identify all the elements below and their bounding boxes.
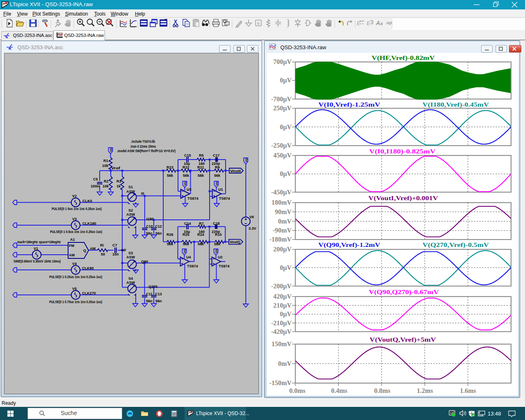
- svg-text:V5: V5: [72, 287, 77, 291]
- svg-text:250µV: 250µV: [273, 105, 292, 112]
- svg-text:R23: R23: [167, 165, 173, 169]
- svg-text:TS974: TS974: [187, 196, 199, 201]
- svg-text:S2: S2: [128, 208, 133, 212]
- svg-text:-90mV: -90mV: [273, 227, 292, 234]
- svg-text:Q90: Q90: [141, 260, 148, 264]
- svg-text:50: 50: [101, 252, 105, 256]
- svg-text:a: a: [257, 21, 260, 25]
- svg-text:V(I0,I180)-0.825mV: V(I0,I180)-0.825mV: [369, 148, 436, 155]
- svg-text:AM: AM: [90, 247, 96, 251]
- svg-text:CLK90: CLK90: [82, 266, 94, 270]
- svg-text:0µV: 0µV: [280, 123, 292, 131]
- svg-text:-700µV: -700µV: [271, 96, 292, 103]
- svg-text:.op: .op: [386, 21, 392, 25]
- svg-text:ASW: ASW: [126, 212, 135, 217]
- svg-text:Vb: Vb: [215, 249, 218, 253]
- svg-text:56k: 56k: [198, 242, 204, 246]
- svg-text:90mV: 90mV: [275, 208, 292, 215]
- svg-text:C10: C10: [146, 224, 153, 228]
- svg-text:VoutI: VoutI: [230, 169, 241, 173]
- svg-text:R24: R24: [197, 233, 204, 237]
- svg-text:A1: A1: [70, 237, 75, 242]
- svg-text:I180: I180: [146, 217, 154, 221]
- svg-text:180mV: 180mV: [272, 199, 292, 206]
- svg-text:C17: C17: [213, 153, 220, 158]
- svg-text:V(Q270,Vref)-0.5mV: V(Q270,Vref)-0.5mV: [422, 241, 489, 249]
- svg-text:-450µV: -450µV: [271, 189, 292, 196]
- svg-text:V(I0,Vref)-1.25mV: V(I0,Vref)-1.25mV: [318, 101, 381, 108]
- svg-text:V(HF,Vref)-0.82mV: V(HF,Vref)-0.82mV: [372, 54, 435, 62]
- svg-text:700µV: 700µV: [273, 58, 292, 66]
- svg-text:0.8ms: 0.8ms: [374, 387, 390, 394]
- svg-text:V2: V2: [72, 194, 77, 198]
- svg-text:HF: HF: [121, 248, 126, 252]
- svg-text:R22: R22: [183, 165, 189, 169]
- svg-text:C18: C18: [213, 221, 220, 226]
- svg-text:U2: U2: [218, 255, 223, 259]
- svg-text:10n: 10n: [112, 252, 119, 256]
- svg-text:.include TS974.lib: .include TS974.lib: [131, 139, 155, 144]
- svg-text:V(Q90,Vref)-1.2mV: V(Q90,Vref)-1.2mV: [318, 241, 381, 249]
- svg-text:PULSE(0 1 0.75us 1ns 1ns 0.25u: PULSE(0 1 0.75us 1ns 1ns 0.25us 1us): [49, 300, 102, 304]
- svg-text:210µV: 210µV: [273, 302, 292, 309]
- svg-text:V6: V6: [249, 215, 254, 219]
- svg-text:3.3V: 3.3V: [249, 226, 256, 231]
- svg-text:0µV: 0µV: [280, 170, 292, 178]
- svg-text:R5: R5: [199, 153, 204, 158]
- svg-text:C12: C12: [155, 224, 162, 228]
- svg-text:C7: C7: [112, 243, 117, 247]
- svg-text:C5: C5: [93, 177, 98, 181]
- svg-text:V1: V1: [34, 247, 38, 251]
- svg-text:-250µV: -250µV: [271, 142, 292, 149]
- svg-text:C13: C13: [155, 292, 162, 296]
- svg-text:S1: S1: [128, 185, 133, 189]
- svg-text:V3: V3: [72, 217, 77, 221]
- svg-text:Vb: Vb: [109, 148, 113, 152]
- svg-text:56k: 56k: [183, 173, 189, 178]
- svg-text:56k: 56k: [198, 173, 204, 178]
- svg-text:1.6ms: 1.6ms: [460, 387, 476, 394]
- svg-text:R25: R25: [183, 233, 189, 237]
- svg-text:PULSE(0 1 0.5us 1ns 1ns 0.25us: PULSE(0 1 0.5us 1ns 1ns 0.25us 1us): [50, 230, 102, 234]
- svg-text:CLK180: CLK180: [82, 221, 96, 226]
- svg-text:R3: R3: [116, 179, 121, 183]
- svg-text:I0: I0: [141, 192, 144, 196]
- svg-text:Vb: Vb: [215, 181, 219, 185]
- svg-text:mark=1MegHz space=1MegHz: mark=1MegHz space=1MegHz: [17, 240, 61, 244]
- svg-text:10k: 10k: [103, 184, 109, 188]
- svg-text:0mV: 0mV: [278, 218, 292, 225]
- svg-text:56k: 56k: [214, 242, 221, 246]
- svg-text:V(I180,Vref)-0.45mV: V(I180,Vref)-0.45mV: [422, 101, 489, 108]
- svg-text:Ri: Ri: [100, 243, 104, 247]
- svg-text:TS974: TS974: [219, 196, 230, 201]
- svg-text:SINE(0.65mV 0.35mV 1kHz 10ms): SINE(0.65mV 0.35mV 1kHz 10ms): [14, 259, 61, 263]
- svg-text:FM: FM: [69, 244, 74, 248]
- svg-text:0µV: 0µV: [280, 310, 292, 318]
- svg-text:-210µV: -210µV: [271, 320, 292, 327]
- svg-text:A: A: [376, 20, 380, 26]
- svg-text:U4: U4: [186, 255, 191, 259]
- svg-text:C14: C14: [184, 221, 191, 226]
- svg-text:U1: U1: [218, 187, 223, 192]
- svg-text:56k: 56k: [167, 173, 173, 178]
- svg-text:PULSE(0 1 0us 1ns 1ns 0.25us 1: PULSE(0 1 0us 1ns 1ns 0.25us 1us): [52, 207, 102, 211]
- svg-text:0.4ms: 0.4ms: [331, 387, 347, 394]
- svg-text:-200µV: -200µV: [271, 283, 292, 290]
- svg-text:AM: AM: [69, 253, 75, 257]
- svg-text:R10: R10: [215, 233, 222, 237]
- svg-text:a: a: [380, 21, 383, 26]
- svg-text:C15: C15: [184, 153, 191, 158]
- svg-text:-420µV: -420µV: [271, 328, 292, 336]
- svg-text:R2: R2: [104, 179, 109, 183]
- svg-text:R7: R7: [199, 221, 204, 226]
- svg-text:Vb: Vb: [183, 249, 187, 253]
- svg-text:TS974: TS974: [219, 264, 230, 268]
- svg-text:S4: S4: [128, 276, 133, 281]
- svg-text:V(VoutQ,Vref)+5mV: V(VoutQ,Vref)+5mV: [370, 336, 436, 343]
- svg-text:Vb: Vb: [183, 181, 187, 185]
- svg-text:E: E: [367, 20, 370, 26]
- svg-text:0.0ms: 0.0ms: [289, 387, 306, 394]
- svg-text:100n: 100n: [91, 184, 99, 188]
- svg-text:56k: 56k: [167, 242, 173, 246]
- svg-text:V(VoutI,Vref)+0.001V: V(VoutI,Vref)+0.001V: [368, 194, 438, 202]
